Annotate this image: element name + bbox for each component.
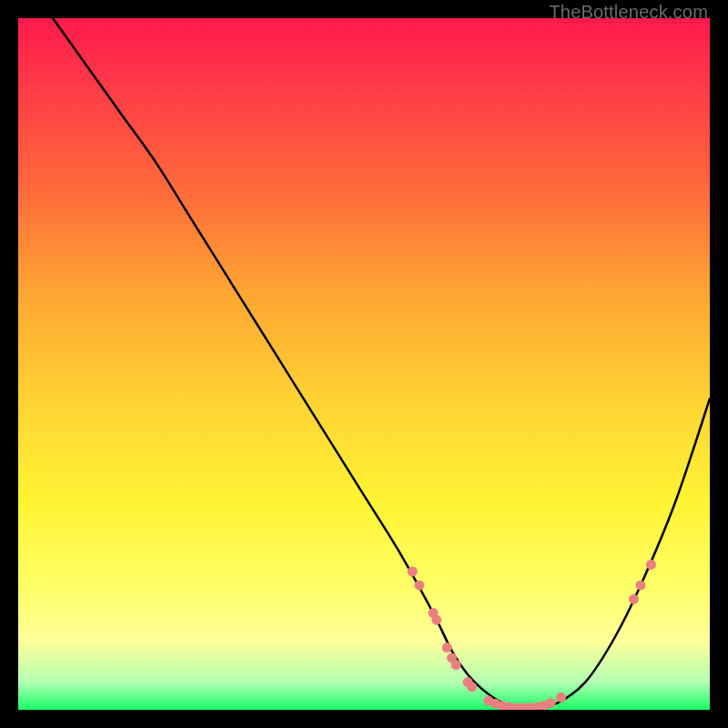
data-marker — [546, 698, 556, 708]
data-marker — [414, 581, 424, 591]
data-marker — [646, 560, 656, 570]
data-marker — [467, 682, 477, 692]
chart-svg — [18, 18, 710, 710]
data-marker — [408, 567, 418, 577]
attribution-text: TheBottleneck.com — [549, 2, 708, 23]
data-marker — [442, 642, 452, 652]
data-marker — [556, 693, 566, 703]
bottleneck-curve — [53, 18, 710, 710]
chart-plot-area — [18, 18, 710, 710]
data-marker — [629, 594, 639, 604]
data-marker — [431, 615, 441, 625]
data-marker — [451, 660, 461, 670]
data-marker — [636, 581, 646, 591]
